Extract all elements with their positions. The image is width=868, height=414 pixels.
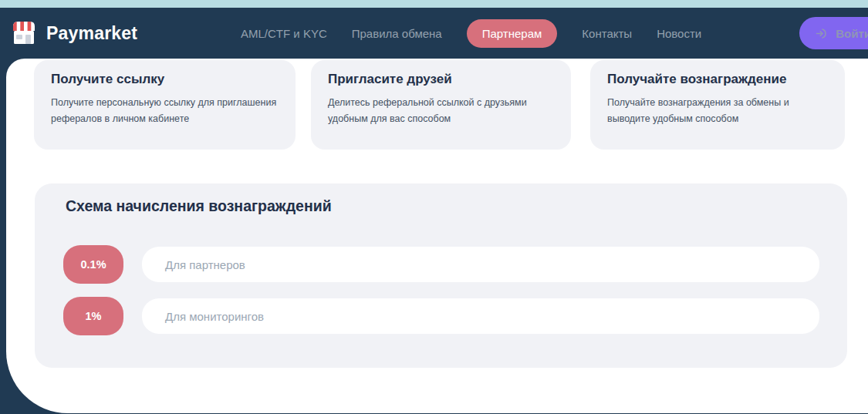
reward-row-monitorings: 1% Для мониторингов <box>63 297 819 335</box>
nav-item-news[interactable]: Новости <box>657 27 701 40</box>
step-description: Получите персональную ссылку для приглаш… <box>51 95 279 127</box>
nav-item-partners[interactable]: Партнерам <box>467 19 558 48</box>
nav-item-aml-ctf-kyc[interactable]: AML/CTF и KYC <box>241 27 327 40</box>
step-card-get-link: Получите ссылку Получите персональную сс… <box>34 60 296 150</box>
navbar: Paymarket AML/CTF и KYC Правила обмена П… <box>0 8 868 59</box>
rewards-scheme-title: Схема начисления вознаграждений <box>66 197 332 215</box>
login-button[interactable]: Войти <box>799 17 868 49</box>
step-title: Пригласите друзей <box>328 72 554 87</box>
login-button-label: Войти <box>836 27 868 40</box>
monitorings-rate-field[interactable]: Для мониторингов <box>142 298 819 334</box>
nav-item-contacts[interactable]: Контакты <box>582 27 632 40</box>
step-card-invite-friends: Пригласите друзей Делитесь реферальной с… <box>311 60 571 150</box>
content-sheet: Получите ссылку Получите персональную сс… <box>6 59 868 413</box>
step-description: Получайте вознаграждения за обмены и выв… <box>607 95 828 127</box>
partners-rate-badge: 0.1% <box>63 245 123 284</box>
step-title: Получайте вознаграждение <box>607 72 828 87</box>
nav-item-exchange-rules[interactable]: Правила обмена <box>352 27 442 40</box>
logo-text: Paymarket <box>46 23 137 44</box>
partners-rate-field[interactable]: Для партнеров <box>142 247 819 282</box>
reward-row-partners: 0.1% Для партнеров <box>63 245 819 284</box>
page: Paymarket AML/CTF и KYC Правила обмена П… <box>0 0 868 414</box>
step-card-get-reward: Получайте вознаграждение Получайте возна… <box>590 60 845 150</box>
rewards-scheme-card: Схема начисления вознаграждений 0.1% Для… <box>35 183 847 368</box>
login-arrow-icon <box>815 27 828 40</box>
step-title: Получите ссылку <box>51 72 279 87</box>
browser-top-strip <box>0 0 868 8</box>
monitorings-rate-badge: 1% <box>63 297 123 335</box>
logo[interactable]: Paymarket <box>9 8 137 59</box>
main-nav: AML/CTF и KYC Правила обмена Партнерам К… <box>241 8 701 59</box>
storefront-logo-icon <box>9 19 39 47</box>
step-description: Делитесь реферальной ссылкой с друзьями … <box>328 95 554 127</box>
